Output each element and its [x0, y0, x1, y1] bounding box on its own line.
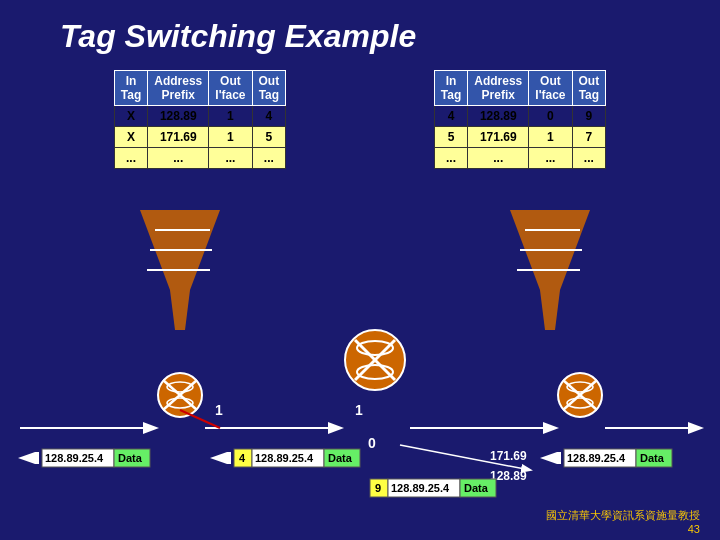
svg-text:1: 1: [215, 402, 223, 418]
svg-marker-1: [170, 290, 190, 330]
cell: ...: [252, 148, 286, 169]
cell: ...: [434, 148, 467, 169]
svg-marker-42: [210, 452, 227, 464]
table-row: ... ... ... ...: [114, 148, 285, 169]
cell: 1: [529, 127, 572, 148]
cell: ...: [114, 148, 147, 169]
cell: ...: [148, 148, 209, 169]
cell: ...: [529, 148, 572, 169]
left-routing-table: InTag AddressPrefix OutI'face OutTag X 1…: [114, 70, 286, 169]
cell: 1: [209, 106, 252, 127]
right-routing-table: InTag AddressPrefix OutI'face OutTag 4 1…: [434, 70, 606, 169]
svg-rect-57: [557, 452, 561, 464]
svg-marker-11: [540, 290, 560, 330]
svg-text:Data: Data: [464, 482, 489, 494]
cell: 1: [209, 127, 252, 148]
right-col-addr-prefix: AddressPrefix: [468, 71, 529, 106]
svg-text:128.89.25.4: 128.89.25.4: [567, 452, 626, 464]
svg-text:Data: Data: [118, 452, 143, 464]
cell: 7: [572, 127, 606, 148]
cell: 5: [252, 127, 286, 148]
table-row: 5 171.69 1 7: [434, 127, 605, 148]
cell: ...: [468, 148, 529, 169]
footer-university: 國立清華大學資訊系資施量教授: [546, 508, 700, 523]
cell: 9: [572, 106, 606, 127]
svg-text:0: 0: [368, 435, 376, 451]
cell: 5: [434, 127, 467, 148]
table-row: ... ... ... ...: [434, 148, 605, 169]
right-col-in-tag: InTag: [434, 71, 467, 106]
svg-marker-36: [18, 452, 35, 464]
svg-text:4: 4: [239, 452, 246, 464]
right-col-out-iface: OutI'face: [529, 71, 572, 106]
svg-text:1: 1: [355, 402, 363, 418]
cell: ...: [572, 148, 606, 169]
right-col-out-tag: OutTag: [572, 71, 606, 106]
cell: 171.69: [148, 127, 209, 148]
left-col-out-iface: OutI'face: [209, 71, 252, 106]
cell: 4: [434, 106, 467, 127]
svg-text:128.89.25.4: 128.89.25.4: [391, 482, 450, 494]
page-title: Tag Switching Example: [0, 0, 720, 65]
cell: 4: [252, 106, 286, 127]
cell: ...: [209, 148, 252, 169]
cell: 128.89: [148, 106, 209, 127]
svg-text:128.89.25.4: 128.89.25.4: [45, 452, 104, 464]
table-row: X 128.89 1 4: [114, 106, 285, 127]
cell: 171.69: [468, 127, 529, 148]
left-col-addr-prefix: AddressPrefix: [148, 71, 209, 106]
cell: X: [114, 106, 147, 127]
table-row: 4 128.89 0 9: [434, 106, 605, 127]
svg-text:Data: Data: [328, 452, 353, 464]
network-diagram: 1 1 0 171.69 128.89 128.89.25.4 Data 4 1…: [0, 200, 720, 510]
table-row: X 171.69 1 5: [114, 127, 285, 148]
left-col-out-tag: OutTag: [252, 71, 286, 106]
svg-line-30: [180, 410, 220, 428]
footer-page-number: 43: [546, 523, 700, 535]
cell: 128.89: [468, 106, 529, 127]
svg-rect-43: [227, 452, 231, 464]
left-col-in-tag: InTag: [114, 71, 147, 106]
svg-text:128.89.25.4: 128.89.25.4: [255, 452, 314, 464]
footer: 國立清華大學資訊系資施量教授 43: [546, 508, 700, 535]
svg-text:Data: Data: [640, 452, 665, 464]
svg-text:9: 9: [375, 482, 381, 494]
cell: 0: [529, 106, 572, 127]
svg-marker-56: [540, 452, 557, 464]
tables-container: InTag AddressPrefix OutI'face OutTag X 1…: [0, 70, 720, 169]
cell: X: [114, 127, 147, 148]
svg-text:171.69: 171.69: [490, 449, 527, 463]
svg-rect-37: [35, 452, 39, 464]
